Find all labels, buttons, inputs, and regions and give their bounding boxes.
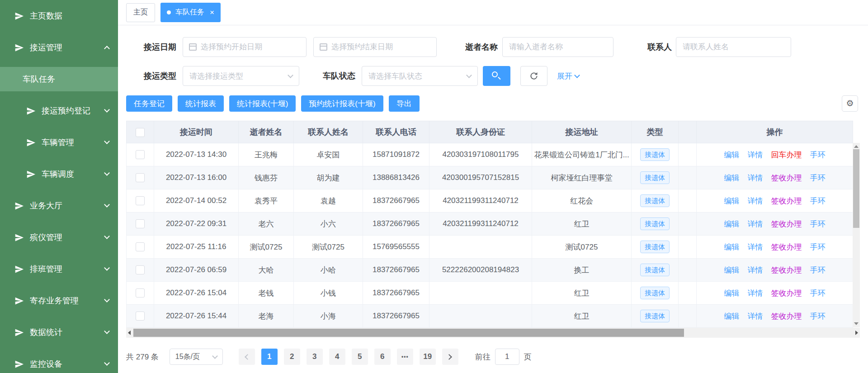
task-register-button[interactable]: 任务登记	[126, 95, 172, 112]
edit-link[interactable]: 编辑	[724, 312, 740, 321]
sidebar-item-transport-booking[interactable]: 接运预约登记	[0, 95, 118, 127]
edit-link[interactable]: 编辑	[724, 243, 740, 251]
sign-process-link[interactable]: 签收办理	[771, 174, 802, 182]
return-process-link[interactable]: 回车办理	[771, 151, 802, 159]
page-button-5[interactable]: 5	[352, 349, 368, 365]
tab-fleet-task[interactable]: 车队任务 ×	[160, 3, 221, 22]
row-checkbox[interactable]	[136, 265, 145, 274]
date-end-input[interactable]	[331, 42, 436, 52]
sign-process-link[interactable]: 签收办理	[771, 197, 802, 205]
sidebar-item-business-hall[interactable]: 业务大厅	[0, 190, 118, 222]
detail-link[interactable]: 详情	[748, 174, 763, 182]
edit-link[interactable]: 编辑	[724, 289, 740, 297]
transport-type-select[interactable]: 请选择接运类型	[183, 66, 299, 86]
date-start-input[interactable]	[201, 42, 306, 52]
close-icon[interactable]: ×	[210, 9, 214, 16]
contact-name-field[interactable]	[676, 37, 791, 57]
detail-link[interactable]: 详情	[748, 197, 763, 205]
sidebar-item-shift-mgmt[interactable]: 排班管理	[0, 253, 118, 285]
booking-statistics-report-shiyan-button[interactable]: 预约统计报表(十堰)	[301, 95, 383, 112]
detail-link[interactable]: 详情	[748, 151, 763, 159]
page-button-4[interactable]: 4	[329, 349, 345, 365]
search-button[interactable]	[483, 66, 510, 86]
scroll-down-icon[interactable]	[854, 322, 859, 325]
scroll-up-icon[interactable]	[854, 145, 859, 148]
wristband-link[interactable]: 手环	[810, 197, 826, 205]
goto-page-input[interactable]	[495, 349, 519, 365]
statistics-report-button[interactable]: 统计报表	[178, 95, 224, 112]
date-end-field[interactable]	[313, 37, 437, 57]
edit-link[interactable]: 编辑	[724, 174, 740, 182]
wristband-link[interactable]: 手环	[810, 151, 826, 159]
page-button-2[interactable]: 2	[284, 349, 300, 365]
refresh-button[interactable]	[520, 66, 547, 86]
wristband-link[interactable]: 手环	[810, 174, 826, 182]
row-checkbox[interactable]	[136, 150, 145, 159]
next-page-button[interactable]	[442, 349, 458, 365]
row-checkbox[interactable]	[136, 312, 145, 321]
sign-process-link[interactable]: 签收办理	[771, 312, 802, 321]
sidebar-item-storage-mgmt[interactable]: 寄存业务管理	[0, 285, 118, 316]
wristband-link[interactable]: 手环	[810, 289, 826, 297]
page-button-1[interactable]: 1	[261, 349, 278, 365]
sidebar-item-label: 排班管理	[30, 264, 62, 274]
horizontal-scroll-thumb[interactable]	[133, 329, 684, 337]
horizontal-scrollbar[interactable]	[126, 328, 860, 338]
edit-link[interactable]: 编辑	[724, 266, 740, 274]
row-checkbox[interactable]	[136, 173, 145, 182]
column-settings-button[interactable]: ⚙	[842, 95, 858, 112]
sidebar-item-transport-mgmt[interactable]: 接运管理	[0, 32, 118, 63]
row-checkbox[interactable]	[136, 196, 145, 205]
page-button-6[interactable]: 6	[374, 349, 391, 365]
sign-process-link[interactable]: 签收办理	[771, 266, 802, 274]
select-all-checkbox[interactable]	[136, 128, 145, 137]
sidebar-item-vehicle-dispatch[interactable]: 车辆调度	[0, 158, 118, 190]
vertical-scrollbar[interactable]	[853, 143, 860, 327]
more-pages-button[interactable]: •••	[397, 349, 413, 365]
contact-name-input[interactable]	[683, 42, 791, 52]
detail-link[interactable]: 详情	[748, 312, 763, 321]
sign-process-link[interactable]: 签收办理	[771, 243, 802, 251]
edit-link[interactable]: 编辑	[724, 197, 740, 205]
sign-process-link[interactable]: 签收办理	[771, 220, 802, 228]
sign-process-link[interactable]: 签收办理	[771, 289, 802, 297]
wristband-link[interactable]: 手环	[810, 266, 826, 274]
detail-link[interactable]: 详情	[748, 289, 763, 297]
wristband-link[interactable]: 手环	[810, 243, 826, 251]
detail-link[interactable]: 详情	[748, 243, 763, 251]
statistics-report-shiyan-button[interactable]: 统计报表(十堰)	[229, 95, 296, 112]
tab-home[interactable]: 主页	[126, 3, 155, 22]
edit-link[interactable]: 编辑	[724, 151, 740, 159]
sidebar-item-fleet-task[interactable]: 车队任务	[0, 67, 118, 91]
edit-link[interactable]: 编辑	[724, 220, 740, 228]
fleet-status-select[interactable]: 请选择车队状态	[362, 66, 478, 86]
page-size-select[interactable]: 15条/页	[170, 349, 223, 365]
scroll-left-icon[interactable]	[128, 331, 131, 335]
page-button-19[interactable]: 19	[420, 349, 436, 365]
detail-link[interactable]: 详情	[748, 220, 763, 228]
prev-page-button[interactable]	[239, 349, 255, 365]
cell-pickup-address: 柯家垭红白理事堂	[532, 166, 632, 189]
sidebar-item-data-statistics[interactable]: 数据统计	[0, 316, 118, 348]
sidebar-item-home-data[interactable]: 主页数据	[0, 0, 118, 32]
wristband-link[interactable]: 手环	[810, 220, 826, 228]
sidebar-item-label: 数据统计	[30, 327, 62, 338]
row-checkbox[interactable]	[136, 219, 145, 228]
cell-contact-phone: 18372667965	[363, 282, 429, 305]
deceased-name-field[interactable]	[502, 37, 613, 57]
row-checkbox[interactable]	[136, 288, 145, 297]
export-button[interactable]: 导出	[389, 95, 420, 112]
row-checkbox[interactable]	[136, 242, 145, 251]
date-start-field[interactable]	[183, 37, 307, 57]
detail-link[interactable]: 详情	[748, 266, 763, 274]
sidebar-item-vehicle-mgmt[interactable]: 车辆管理	[0, 127, 118, 158]
deceased-name-input[interactable]	[509, 42, 613, 52]
wristband-link[interactable]: 手环	[810, 312, 826, 321]
sidebar-item-funeral-mgmt[interactable]: 殡仪管理	[0, 222, 118, 253]
page-button-3[interactable]: 3	[307, 349, 323, 365]
scroll-right-icon[interactable]	[855, 331, 858, 335]
sidebar-item-monitor-devices[interactable]: 监控设备	[0, 348, 118, 373]
expand-link[interactable]: 展开	[557, 71, 579, 81]
vertical-scroll-thumb[interactable]	[853, 149, 859, 228]
goto-page: 前往 页	[475, 349, 532, 365]
